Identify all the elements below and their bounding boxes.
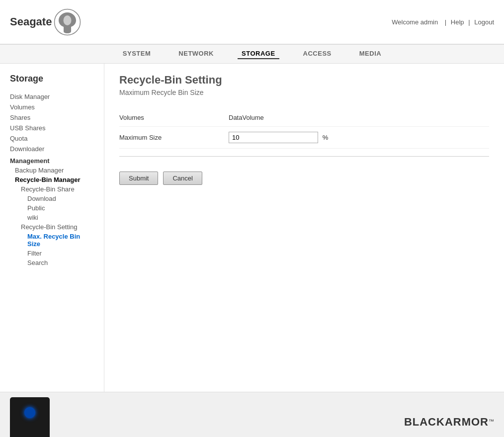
recycle-bin-form: Volumes DataVolume Maximum Size % (119, 109, 489, 149)
nav-network[interactable]: NETWORK (174, 49, 218, 59)
maximum-size-input-area: % (229, 132, 489, 143)
maximum-size-unit: % (323, 134, 329, 141)
brand-tm: ™ (489, 418, 494, 424)
separator1: | (445, 18, 446, 26)
page-subtitle: Maximum Recycle Bin Size (119, 88, 489, 96)
sidebar-item-disk-manager[interactable]: Disk Manager (0, 91, 104, 102)
main-nav: SYSTEM NETWORK STORAGE ACCESS MEDIA (0, 45, 504, 64)
sidebar-item-quota[interactable]: Quota (0, 133, 104, 144)
device-image-area (10, 397, 50, 437)
device-eye-icon (24, 407, 35, 418)
maximum-size-label: Maximum Size (119, 134, 229, 141)
seagate-logo: Seagate (10, 8, 81, 36)
volumes-value: DataVolume (229, 114, 489, 121)
volumes-label: Volumes (119, 114, 229, 121)
seagate-logo-icon (54, 8, 81, 36)
sidebar-item-recycle-bin-manager[interactable]: Recycle-Bin Manager (0, 175, 104, 184)
main-layout: Storage Disk Manager Volumes Shares USB … (0, 64, 504, 392)
brand-armor-text: ARMOR (445, 416, 489, 428)
content-area: Recycle-Bin Setting Maximum Recycle Bin … (104, 64, 504, 392)
sidebar-item-search[interactable]: Search (0, 258, 104, 267)
page-title: Recycle-Bin Setting (119, 74, 489, 87)
sidebar-item-max-recycle-bin-size[interactable]: Max. Recycle Bin Size (0, 232, 104, 249)
seagate-brand-text: Seagate (10, 15, 52, 28)
help-link[interactable]: Help (451, 18, 464, 26)
sidebar-item-volumes[interactable]: Volumes (0, 102, 104, 112)
sidebar-item-filter[interactable]: Filter (0, 249, 104, 258)
sidebar-item-download[interactable]: Download (0, 194, 104, 203)
submit-button[interactable]: Submit (119, 172, 158, 185)
header: Seagate Welcome admin | Help | Logout (0, 0, 504, 45)
sidebar-item-recycle-bin-setting[interactable]: Recycle-Bin Setting (0, 222, 104, 232)
logout-link[interactable]: Logout (474, 18, 494, 26)
sidebar-title: Storage (0, 71, 104, 91)
sidebar-item-recycle-bin-share[interactable]: Recycle-Bin Share (0, 184, 104, 194)
sidebar-section-management: Management (0, 154, 104, 166)
sidebar-item-downloader[interactable]: Downloader (0, 144, 104, 154)
nav-access[interactable]: ACCESS (299, 49, 336, 59)
sidebar-item-wiki[interactable]: wiki (0, 213, 104, 222)
blackarmor-brand: BLACKARMOR™ (404, 416, 494, 429)
nav-system[interactable]: SYSTEM (119, 49, 155, 59)
nav-media[interactable]: MEDIA (355, 49, 385, 59)
cancel-button[interactable]: Cancel (163, 172, 202, 185)
form-buttons: Submit Cancel (119, 167, 489, 185)
header-right: Welcome admin | Help | Logout (389, 18, 494, 26)
sidebar-item-backup-manager[interactable]: Backup Manager (0, 166, 104, 175)
separator2: | (468, 18, 470, 26)
maximum-size-input[interactable] (229, 132, 318, 143)
welcome-text: Welcome admin (392, 18, 438, 26)
sidebar-item-usb-shares[interactable]: USB Shares (0, 123, 104, 133)
device-image (10, 397, 50, 437)
maximum-size-row: Maximum Size % (119, 127, 489, 149)
sidebar-item-public[interactable]: Public (0, 203, 104, 213)
brand-black-text: BLACK (404, 416, 445, 428)
sidebar-item-shares[interactable]: Shares (0, 112, 104, 123)
svg-point-1 (64, 15, 72, 25)
footer-area: BLACKARMOR™ (0, 392, 504, 437)
sidebar: Storage Disk Manager Volumes Shares USB … (0, 64, 104, 392)
volumes-row: Volumes DataVolume (119, 109, 489, 127)
nav-storage[interactable]: STORAGE (238, 49, 279, 59)
